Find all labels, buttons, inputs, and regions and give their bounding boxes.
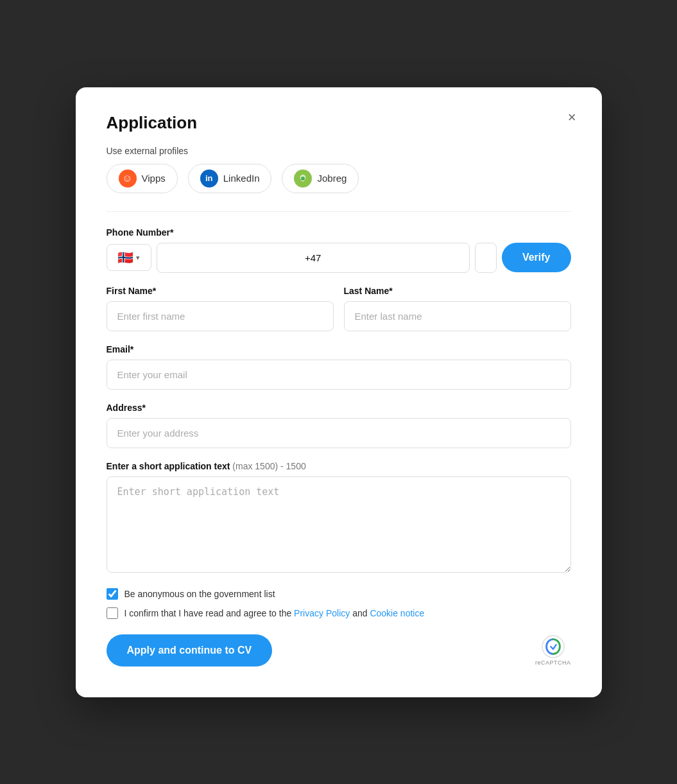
first-name-field-group: First Name* <box>107 286 334 331</box>
linkedin-button[interactable]: in LinkedIn <box>188 164 272 193</box>
application-text-field-group: Enter a short application text (max 1500… <box>107 461 571 575</box>
apply-button[interactable]: Apply and continue to CV <box>107 634 273 666</box>
address-field-group: Address* <box>107 403 571 448</box>
jobreg-icon <box>294 170 312 187</box>
privacy-checkbox-row: I confirm that I have read and agree to … <box>107 607 571 619</box>
vipps-label: Vipps <box>142 173 166 184</box>
first-name-label: First Name* <box>107 286 334 296</box>
jobreg-button[interactable]: Jobreg <box>282 164 359 193</box>
country-code-input[interactable] <box>157 243 470 273</box>
verify-button[interactable]: Verify <box>502 243 571 272</box>
recaptcha-badge: reCAPTCHA <box>535 635 571 666</box>
recaptcha-text: reCAPTCHA <box>535 659 571 666</box>
svg-point-1 <box>301 177 305 180</box>
max-chars-indicator: (max 1500) - 1500 <box>232 461 305 471</box>
external-profiles-row: ☺ Vipps in LinkedIn Jobreg <box>107 164 571 193</box>
recaptcha-icon <box>542 635 565 658</box>
application-text-input[interactable] <box>107 476 571 573</box>
last-name-input[interactable] <box>344 301 571 331</box>
phone-number-input[interactable] <box>475 243 497 273</box>
linkedin-icon: in <box>200 170 218 187</box>
vipps-icon: ☺ <box>119 170 137 187</box>
anonymous-checkbox[interactable] <box>107 588 118 600</box>
name-fields-row: First Name* Last Name* <box>107 286 571 331</box>
anonymous-label[interactable]: Be anonymous on the government list <box>124 589 275 599</box>
application-modal: × Application Use external profiles ☺ Vi… <box>76 87 602 697</box>
external-profiles-label: Use external profiles <box>107 146 571 156</box>
phone-label: Phone Number* <box>107 227 571 238</box>
email-input[interactable] <box>107 360 571 390</box>
address-input[interactable] <box>107 418 571 448</box>
privacy-label[interactable]: I confirm that I have read and agree to … <box>124 608 425 618</box>
last-name-label: Last Name* <box>344 286 571 296</box>
close-button[interactable]: × <box>568 110 576 125</box>
address-label: Address* <box>107 403 571 413</box>
email-field-group: Email* <box>107 344 571 390</box>
jobreg-label: Jobreg <box>317 173 347 184</box>
vipps-button[interactable]: ☺ Vipps <box>107 164 178 193</box>
linkedin-label: LinkedIn <box>223 173 260 184</box>
divider <box>107 211 571 212</box>
cookie-notice-link[interactable]: Cookie notice <box>370 608 424 618</box>
privacy-checkbox[interactable] <box>107 607 118 619</box>
phone-row: 🇳🇴 ▾ Verify <box>107 243 571 273</box>
last-name-field-group: Last Name* <box>344 286 571 331</box>
country-chevron-icon: ▾ <box>136 254 140 262</box>
first-name-input[interactable] <box>107 301 334 331</box>
privacy-policy-link[interactable]: Privacy Policy <box>294 608 350 618</box>
footer-row: Apply and continue to CV reCAPTCHA <box>107 634 571 666</box>
anonymous-checkbox-row: Be anonymous on the government list <box>107 588 571 600</box>
email-label: Email* <box>107 344 571 354</box>
norway-flag-icon: 🇳🇴 <box>117 251 133 264</box>
country-select[interactable]: 🇳🇴 ▾ <box>107 244 151 271</box>
modal-title: Application <box>107 113 571 133</box>
application-text-label: Enter a short application text (max 1500… <box>107 461 571 471</box>
phone-field-group: Phone Number* 🇳🇴 ▾ Verify <box>107 227 571 273</box>
